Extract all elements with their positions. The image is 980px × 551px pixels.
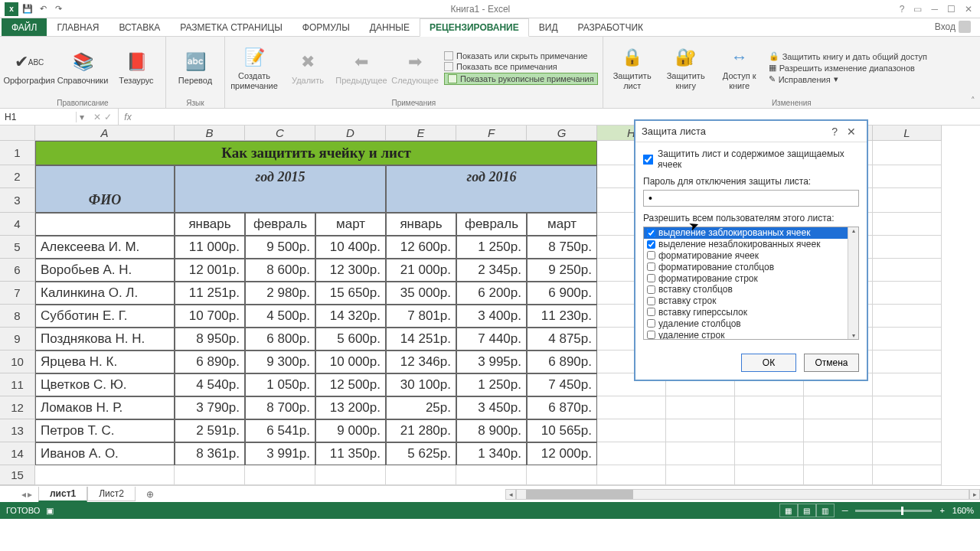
cell[interactable] <box>35 213 175 236</box>
minimize-icon[interactable]: ─ <box>931 4 938 15</box>
cell[interactable] <box>873 350 942 373</box>
cell[interactable]: 8 900р. <box>456 419 527 442</box>
cell[interactable]: 6 890р. <box>527 350 597 373</box>
row-header[interactable]: 7 <box>0 282 35 305</box>
cell[interactable]: 3 790р. <box>175 396 245 419</box>
cell[interactable] <box>245 465 315 485</box>
cell[interactable] <box>597 465 666 485</box>
column-header[interactable]: G <box>527 126 597 141</box>
help-icon[interactable]: ? <box>900 4 905 15</box>
cell[interactable] <box>175 188 386 213</box>
cell[interactable]: 7 440р. <box>456 328 527 350</box>
toggle-show-hide-comment[interactable]: Показать или скрыть примечание <box>444 51 598 60</box>
tab-данные[interactable]: ДАННЫЕ <box>360 18 420 36</box>
cell[interactable]: январь <box>386 213 456 236</box>
permission-item[interactable]: выделение заблокированных ячеек <box>644 227 858 239</box>
row-header[interactable]: 10 <box>0 350 35 373</box>
row-header[interactable]: 11 <box>0 373 35 396</box>
cell[interactable]: 9 300р. <box>245 350 315 373</box>
cell[interactable]: 15 650р. <box>315 282 386 305</box>
cell[interactable] <box>597 442 666 465</box>
tab-рецензирование[interactable]: РЕЦЕНЗИРОВАНИЕ <box>420 18 529 37</box>
protect-workbook-button[interactable]: 🔐Защитить книгу <box>662 38 710 97</box>
protect-contents-input[interactable] <box>643 154 654 165</box>
cell[interactable]: Субботин Е. Г. <box>35 305 175 328</box>
share-workbook-button[interactable]: ↔Доступ к книге <box>715 38 764 97</box>
tab-разметка страницы[interactable]: РАЗМЕТКА СТРАНИЦЫ <box>170 18 292 36</box>
maximize-icon[interactable]: ☐ <box>947 4 956 15</box>
cell[interactable]: ФИО <box>35 188 175 213</box>
row-header[interactable]: 14 <box>0 442 35 465</box>
column-header[interactable]: C <box>245 126 315 141</box>
permission-checkbox[interactable] <box>647 297 655 305</box>
cell[interactable]: 8 950р. <box>175 328 245 350</box>
cell[interactable]: Иванов А. О. <box>35 442 175 465</box>
cell[interactable]: 10 000р. <box>315 350 386 373</box>
cell[interactable] <box>873 213 942 236</box>
cell[interactable]: 8 361р. <box>175 442 245 465</box>
cell[interactable] <box>666 396 735 419</box>
cell[interactable] <box>735 442 804 465</box>
cell[interactable]: 8 750р. <box>527 236 597 259</box>
permission-item[interactable]: удаление столбцов <box>644 318 858 329</box>
column-header[interactable]: F <box>456 126 527 141</box>
cell[interactable]: 4 540р. <box>175 373 245 396</box>
dialog-help-icon[interactable]: ? <box>827 126 842 138</box>
new-comment-button[interactable]: 📝Создать примечание <box>230 38 279 97</box>
row-header[interactable]: 2 <box>0 165 35 188</box>
cell[interactable] <box>873 236 942 259</box>
cell[interactable]: 14 251р. <box>386 328 456 350</box>
cell[interactable] <box>735 396 804 419</box>
cell[interactable]: март <box>315 213 386 236</box>
cell[interactable]: 12 346р. <box>386 350 456 373</box>
toggle-show-ink[interactable]: Показать рукописные примечания <box>444 73 598 85</box>
row-header[interactable]: 12 <box>0 396 35 419</box>
cell[interactable]: Калинкина О. Л. <box>35 282 175 305</box>
cell[interactable]: 9 500р. <box>245 236 315 259</box>
cell[interactable] <box>873 465 942 485</box>
sheet-tab-1[interactable]: лист1 <box>38 487 87 502</box>
cell[interactable]: 3 400р. <box>456 305 527 328</box>
cell[interactable] <box>873 305 942 328</box>
cell[interactable]: 5 625р. <box>386 442 456 465</box>
permission-checkbox[interactable] <box>647 229 655 237</box>
cell[interactable]: Как защитить ячейку и лист <box>35 141 597 165</box>
cell[interactable]: 1 340р. <box>456 442 527 465</box>
cell[interactable]: 30 100р. <box>386 373 456 396</box>
cell[interactable]: 2 980р. <box>245 282 315 305</box>
cell[interactable]: 9 250р. <box>527 259 597 282</box>
permission-checkbox[interactable] <box>647 240 655 249</box>
sheet-nav-prev-icon[interactable]: ◂ <box>21 489 26 500</box>
page-break-view-icon[interactable]: ▥ <box>816 504 835 517</box>
cell[interactable] <box>873 259 942 282</box>
thesaurus-button[interactable]: 📕Тезаурус <box>112 38 161 97</box>
cell[interactable] <box>804 396 873 419</box>
tab-файл[interactable]: ФАЙЛ <box>2 18 47 36</box>
cell[interactable] <box>873 328 942 350</box>
password-input[interactable] <box>643 190 859 207</box>
cell[interactable] <box>804 442 873 465</box>
cell[interactable]: 6 900р. <box>527 282 597 305</box>
cell[interactable] <box>597 396 666 419</box>
tab-главная[interactable]: ГЛАВНАЯ <box>47 18 109 36</box>
save-icon[interactable]: 💾 <box>21 3 34 15</box>
permission-checkbox[interactable] <box>647 308 655 316</box>
cell[interactable]: 4 500р. <box>245 305 315 328</box>
zoom-value[interactable]: 160% <box>952 506 974 515</box>
toggle-show-all-comments[interactable]: Показать все примечания <box>444 62 598 71</box>
permission-checkbox[interactable] <box>647 274 655 282</box>
name-box[interactable]: H1 <box>0 112 77 122</box>
tab-вставка[interactable]: ВСТАВКА <box>109 18 170 36</box>
redo-icon[interactable]: ↷ <box>52 3 64 15</box>
cell[interactable]: Алексеева И. М. <box>35 236 175 259</box>
cell[interactable] <box>873 419 942 442</box>
cell[interactable]: 13 200р. <box>315 396 386 419</box>
cell[interactable] <box>873 373 942 396</box>
cell[interactable] <box>597 419 666 442</box>
cell[interactable]: 3 995р. <box>456 350 527 373</box>
permission-checkbox[interactable] <box>647 331 655 339</box>
protect-share-button[interactable]: 🔒Защитить книгу и дать общий доступ <box>769 51 927 61</box>
cell[interactable]: 11 000р. <box>175 236 245 259</box>
column-header[interactable]: L <box>873 126 942 141</box>
cell[interactable]: 12 600р. <box>386 236 456 259</box>
